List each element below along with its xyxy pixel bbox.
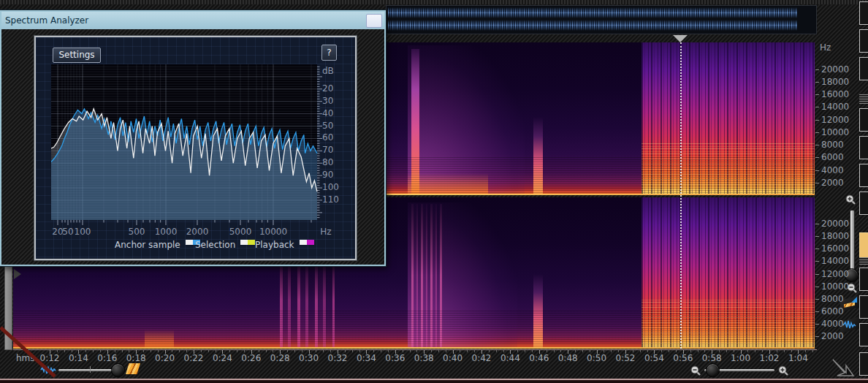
time-tick-minor xyxy=(532,350,533,352)
playhead-marker[interactable] xyxy=(673,35,688,42)
side-toolbar-button[interactable] xyxy=(859,352,868,376)
time-ruler[interactable]: hms 0:120:140:160:180:200:220:240:260:28… xyxy=(13,349,817,365)
freq-axis-label: 18000 xyxy=(821,77,849,87)
freq-axis-tick xyxy=(815,249,819,249)
time-label: 0:14 xyxy=(69,353,88,363)
zoom-in-vertical-icon[interactable] xyxy=(845,194,856,205)
time-label: 0:40 xyxy=(443,353,462,363)
side-toolbar-button[interactable] xyxy=(859,164,868,187)
time-label: 0:34 xyxy=(357,353,376,363)
time-tick-minor xyxy=(158,350,159,352)
freq-axis-label: 4000 xyxy=(821,319,844,329)
time-label: 0:20 xyxy=(155,353,175,363)
window-close-button[interactable] xyxy=(366,14,382,28)
time-label: 0:12 xyxy=(40,353,60,363)
spectrum-plot[interactable] xyxy=(51,64,323,225)
freq-axis-tick xyxy=(815,336,819,337)
time-tick-minor xyxy=(698,350,698,352)
toolbar-grip xyxy=(859,257,868,265)
spectrum-analyzer-window[interactable]: Spectrum Analyzer Settings ? dB203040506… xyxy=(0,10,386,266)
time-tick-minor xyxy=(503,350,504,352)
side-toolbar-button[interactable] xyxy=(859,57,868,80)
time-tick-minor xyxy=(726,350,727,352)
time-tick-minor xyxy=(122,350,123,352)
time-tick-major xyxy=(136,350,137,354)
legend-label: Anchor sample xyxy=(115,240,180,250)
time-label: 0:50 xyxy=(587,353,606,363)
legend-label: Selection xyxy=(195,240,235,250)
side-toolbar-button[interactable] xyxy=(859,1,868,25)
db-tick-label: 30 xyxy=(322,96,333,106)
time-tick-major xyxy=(625,350,626,354)
swatch-average xyxy=(307,240,314,245)
time-tick-minor xyxy=(115,350,115,352)
legend-item: Selection xyxy=(195,240,255,250)
side-toolbar-button[interactable] xyxy=(859,295,868,319)
time-label: 0:30 xyxy=(299,353,319,363)
time-tick-minor xyxy=(151,350,151,352)
freq-tick-label: 2000 xyxy=(186,227,209,237)
freq-tick-label: 20 xyxy=(52,227,63,237)
side-toolbar-button[interactable] xyxy=(859,29,868,53)
side-toolbar-button[interactable] xyxy=(859,192,868,215)
time-tick-major xyxy=(798,350,799,354)
legend-swatch xyxy=(240,240,255,245)
freq-tick-label: 100 xyxy=(75,227,91,237)
freq-axis-tick xyxy=(815,94,819,95)
side-toolbar-button[interactable] xyxy=(859,136,868,159)
time-tick-minor xyxy=(633,350,633,352)
swatch-instant xyxy=(240,240,248,245)
settings-button[interactable]: Settings xyxy=(53,48,101,63)
db-tick-label: 20 xyxy=(322,83,333,94)
help-button[interactable]: ? xyxy=(321,45,337,61)
time-tick-major xyxy=(107,350,108,354)
view-blend-slider-knob[interactable] xyxy=(111,363,125,377)
horizontal-zoom-slider-knob[interactable] xyxy=(706,363,720,377)
freq-tick-label: 50 xyxy=(62,227,73,237)
window-border xyxy=(0,380,868,383)
side-toolbar-button[interactable] xyxy=(859,108,868,132)
time-tick-minor xyxy=(554,350,555,352)
side-toolbar-button[interactable] xyxy=(859,268,868,291)
freq-axis-tick xyxy=(815,324,819,325)
freq-axis-label: 18000 xyxy=(821,231,849,241)
freq-axis-label: 16000 xyxy=(821,89,849,99)
time-tick-major xyxy=(78,350,79,354)
vertical-zoom-slider-track[interactable] xyxy=(850,210,855,271)
time-tick-minor xyxy=(431,350,432,352)
freq-axis-tick xyxy=(815,183,819,183)
waveform-overview-panel[interactable] xyxy=(386,5,817,34)
corner-resize-arrow[interactable] xyxy=(830,357,856,382)
freq-axis-tick xyxy=(815,157,819,158)
freq-axis-label: 20000 xyxy=(821,64,849,75)
freq-axis-tick xyxy=(815,311,819,312)
time-tick-major xyxy=(654,350,655,354)
time-label: 1:02 xyxy=(760,353,780,363)
zoom-out-horizontal-icon[interactable] xyxy=(690,365,701,376)
time-tick-major xyxy=(769,350,770,354)
spectrum-analyzer-titlebar[interactable]: Spectrum Analyzer xyxy=(1,12,384,29)
triangle-icon xyxy=(851,297,857,303)
side-toolbar-button[interactable] xyxy=(859,232,868,259)
time-tick-minor xyxy=(373,350,374,352)
swatch-instant xyxy=(300,240,307,245)
freq-axis-label: 2000 xyxy=(821,331,844,341)
time-tick-minor xyxy=(345,350,346,352)
time-tick-minor xyxy=(410,350,411,352)
side-toolbar-button[interactable] xyxy=(859,323,868,346)
time-tick-major xyxy=(568,350,568,354)
time-tick-minor xyxy=(381,350,381,352)
freq-axis-tick xyxy=(815,145,819,145)
zoom-in-horizontal-icon[interactable] xyxy=(777,365,789,376)
time-tick-minor xyxy=(259,350,259,352)
time-tick-minor xyxy=(208,350,209,352)
window-title: Spectrum Analyzer xyxy=(5,15,88,26)
time-label: 0:32 xyxy=(328,353,348,363)
freq-axis-tick xyxy=(815,69,819,70)
db-tick-label: 70 xyxy=(322,145,333,155)
freq-axis-tick xyxy=(815,170,819,171)
time-tick-minor xyxy=(604,350,604,352)
time-tick-minor xyxy=(747,350,748,352)
time-tick-minor xyxy=(302,350,302,352)
time-tick-minor xyxy=(777,350,777,352)
